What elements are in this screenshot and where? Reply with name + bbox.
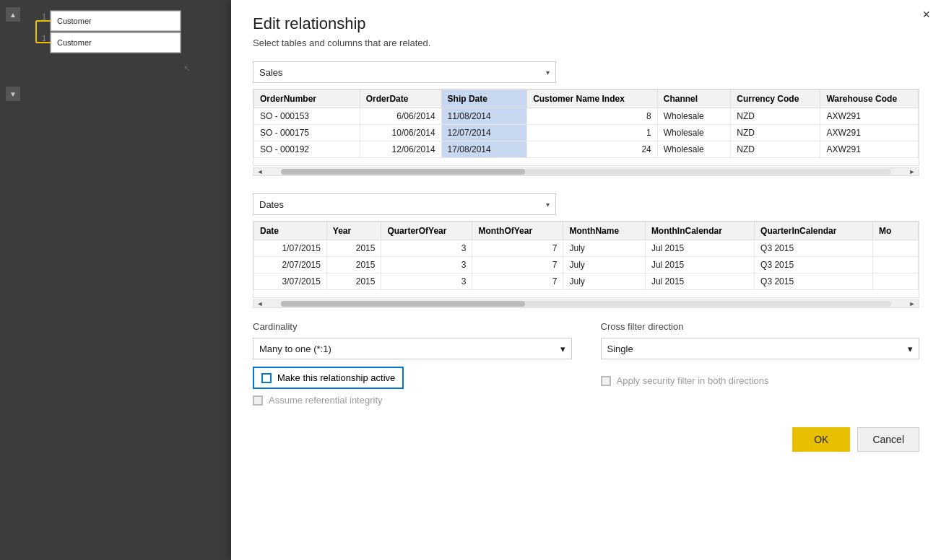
col-channel: Channel <box>657 90 731 108</box>
cursor-indicator: ↖ <box>183 64 191 74</box>
crossfilter-dropdown[interactable]: Single ▾ <box>601 338 920 359</box>
right-checkbox-col: Apply security filter in both directions <box>601 367 920 386</box>
ok-button[interactable]: OK <box>792 427 850 452</box>
cardinality-col: Cardinality Many to one (*:1) ▾ <box>253 321 572 359</box>
scroll-down-button[interactable]: ▼ <box>6 87 20 101</box>
table-row: 1/07/2015201537JulyJul 2015Q3 2015 <box>254 240 919 257</box>
diagram-area: 1 1 Customer Customer ↖ <box>22 0 231 144</box>
table-card-2: Customer <box>51 32 181 53</box>
table1-dropdown-arrow: ▾ <box>546 69 550 76</box>
col-shipdate: Ship Date <box>441 90 527 108</box>
table2-scroll-left[interactable]: ◄ <box>253 299 266 308</box>
col-quarterincalendar: QuarterInCalendar <box>755 222 873 240</box>
crossfilter-col: Cross filter direction Single ▾ <box>601 321 920 359</box>
dialog-title: Edit relationship <box>253 14 919 33</box>
table1-scroll-left[interactable]: ◄ <box>253 167 266 176</box>
assume-integrity-row[interactable]: Assume referential integrity <box>253 395 572 406</box>
cardinality-arrow: ▾ <box>560 344 565 354</box>
close-button[interactable]: × <box>922 7 930 22</box>
col-monthincalendar: MonthInCalendar <box>645 222 754 240</box>
table-row: SO - 00019212/06/201417/08/201424Wholesa… <box>254 141 919 158</box>
table1-dropdown-row: Sales ▾ <box>253 61 919 83</box>
assume-integrity-checkbox[interactable] <box>253 395 263 406</box>
crossfilter-arrow: ▾ <box>908 344 913 354</box>
dialog-panel: × Edit relationship Select tables and co… <box>231 0 941 560</box>
col-ordernumber: OrderNumber <box>254 90 360 108</box>
dialog-subtitle: Select tables and columns that are relat… <box>253 38 919 48</box>
table1-scroll-thumb <box>281 169 525 175</box>
left-checkbox-col: Make this relationship active Assume ref… <box>253 367 572 406</box>
table-row: SO - 0001536/06/201411/08/20148Wholesale… <box>254 108 919 125</box>
make-active-checkbox[interactable] <box>261 373 272 383</box>
assume-integrity-label: Assume referential integrity <box>269 395 383 406</box>
col-year: Year <box>326 222 381 240</box>
options-row: Cardinality Many to one (*:1) ▾ Cross fi… <box>253 321 919 359</box>
table1-dropdown[interactable]: Sales ▾ <box>253 61 556 83</box>
table2-dropdown-row: Dates ▾ <box>253 193 919 215</box>
apply-security-checkbox[interactable] <box>601 376 611 386</box>
left-panel: ▲ ▼ 1 1 Customer Customer ↖ <box>0 0 231 560</box>
col-date: Date <box>254 222 327 240</box>
table2-dropdown[interactable]: Dates ▾ <box>253 193 556 215</box>
table2-scroll-thumb <box>281 301 525 307</box>
table2: Date Year QuarterOfYear MonthOfYear Mont… <box>253 222 919 290</box>
svg-text:1: 1 <box>42 12 46 21</box>
cardinality-dropdown[interactable]: Many to one (*:1) ▾ <box>253 338 572 359</box>
table2-scroll-right[interactable]: ► <box>906 299 919 308</box>
table-card-1: Customer <box>51 11 181 31</box>
col-monthname: MonthName <box>563 222 645 240</box>
make-active-label: Make this relationship active <box>277 372 395 383</box>
checkboxes-row: Make this relationship active Assume ref… <box>253 367 919 406</box>
table1-scroll-right[interactable]: ► <box>906 167 919 176</box>
col-warehouse: Warehouse Code <box>820 90 919 108</box>
footer-row: OK Cancel <box>253 427 919 466</box>
table2-scrollbar[interactable]: ◄ ► <box>253 299 919 308</box>
col-mo: Mo <box>872 222 918 240</box>
table2-wrapper: Date Year QuarterOfYear MonthOfYear Mont… <box>253 221 919 298</box>
scroll-up-button[interactable]: ▲ <box>6 7 20 22</box>
table-row: 3/07/2015201537JulyJul 2015Q3 2015 <box>254 274 919 290</box>
col-monthofyear: MonthOfYear <box>472 222 563 240</box>
table1: OrderNumber OrderDate Ship Date Customer… <box>253 89 919 158</box>
table-row: 2/07/2015201537JulyJul 2015Q3 2015 <box>254 257 919 274</box>
cardinality-label: Cardinality <box>253 321 572 332</box>
table1-scroll-track <box>281 169 891 175</box>
svg-text:1: 1 <box>42 34 46 43</box>
crossfilter-label: Cross filter direction <box>601 321 920 332</box>
apply-security-row: Apply security filter in both directions <box>601 375 920 386</box>
col-customerindex: Customer Name Index <box>527 90 658 108</box>
apply-security-label: Apply security filter in both directions <box>617 375 769 386</box>
col-quarterofyear: QuarterOfYear <box>381 222 472 240</box>
table1-scrollbar[interactable]: ◄ ► <box>253 167 919 176</box>
table1-wrapper: OrderNumber OrderDate Ship Date Customer… <box>253 89 919 166</box>
table2-dropdown-arrow: ▾ <box>546 201 550 209</box>
table-row: SO - 00017510/06/201412/07/20141Wholesal… <box>254 125 919 141</box>
col-orderdate: OrderDate <box>360 90 441 108</box>
cancel-button[interactable]: Cancel <box>857 427 919 452</box>
table2-scroll-track <box>281 301 891 307</box>
col-currency: Currency Code <box>731 90 820 108</box>
make-active-checkbox-row[interactable]: Make this relationship active <box>253 367 404 389</box>
